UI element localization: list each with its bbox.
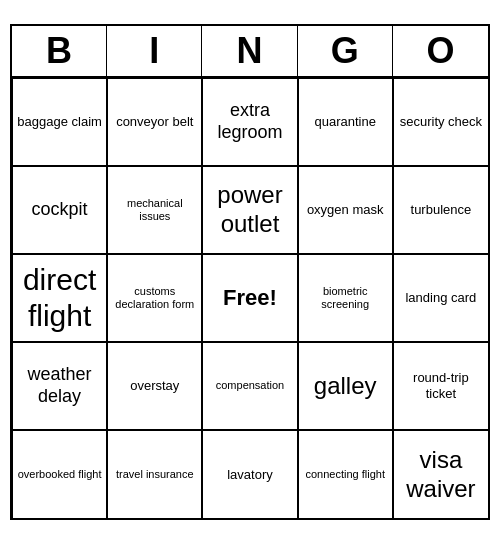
bingo-cell-22: lavatory bbox=[202, 430, 297, 518]
bingo-cell-19: round-trip ticket bbox=[393, 342, 488, 430]
bingo-cell-6: mechanical issues bbox=[107, 166, 202, 254]
bingo-cell-14: landing card bbox=[393, 254, 488, 342]
bingo-cell-8: oxygen mask bbox=[298, 166, 393, 254]
bingo-cell-16: overstay bbox=[107, 342, 202, 430]
bingo-cell-9: turbulence bbox=[393, 166, 488, 254]
bingo-cell-4: security check bbox=[393, 78, 488, 166]
bingo-letter-g: G bbox=[298, 26, 393, 76]
bingo-cell-2: extra legroom bbox=[202, 78, 297, 166]
bingo-cell-12: Free! bbox=[202, 254, 297, 342]
bingo-cell-3: quarantine bbox=[298, 78, 393, 166]
bingo-letter-o: O bbox=[393, 26, 488, 76]
bingo-cell-10: direct flight bbox=[12, 254, 107, 342]
bingo-cell-21: travel insurance bbox=[107, 430, 202, 518]
bingo-cell-18: galley bbox=[298, 342, 393, 430]
bingo-letter-b: B bbox=[12, 26, 107, 76]
bingo-letter-i: I bbox=[107, 26, 202, 76]
bingo-cell-17: compensation bbox=[202, 342, 297, 430]
bingo-cell-11: customs declaration form bbox=[107, 254, 202, 342]
bingo-grid: baggage claimconveyor beltextra legroomq… bbox=[12, 78, 488, 518]
bingo-header: BINGO bbox=[12, 26, 488, 78]
bingo-card: BINGO baggage claimconveyor beltextra le… bbox=[10, 24, 490, 520]
bingo-cell-7: power outlet bbox=[202, 166, 297, 254]
bingo-cell-1: conveyor belt bbox=[107, 78, 202, 166]
bingo-cell-15: weather delay bbox=[12, 342, 107, 430]
bingo-cell-23: connecting flight bbox=[298, 430, 393, 518]
bingo-cell-24: visa waiver bbox=[393, 430, 488, 518]
bingo-cell-5: cockpit bbox=[12, 166, 107, 254]
bingo-cell-20: overbooked flight bbox=[12, 430, 107, 518]
bingo-letter-n: N bbox=[202, 26, 297, 76]
bingo-cell-0: baggage claim bbox=[12, 78, 107, 166]
bingo-cell-13: biometric screening bbox=[298, 254, 393, 342]
